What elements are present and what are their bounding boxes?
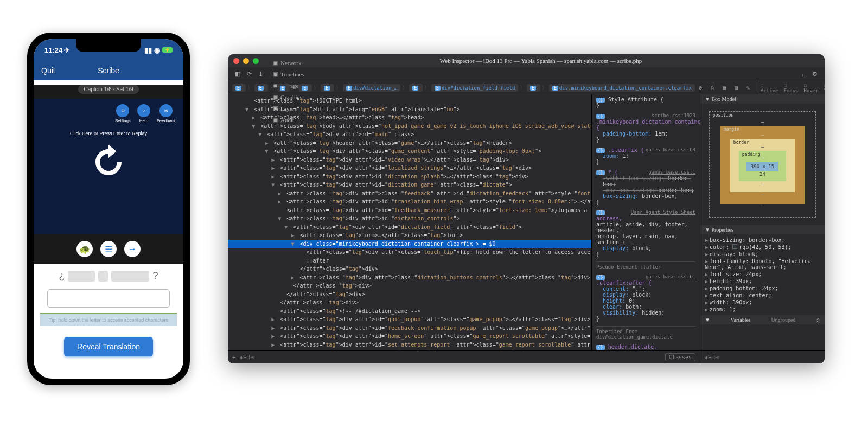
paint-icon[interactable]: ▨ (732, 83, 741, 92)
style-rule[interactable]: Pseudo-Element ::after (596, 261, 695, 270)
reveal-button[interactable]: Reveal Translation (64, 337, 153, 356)
dom-line[interactable]: ▶ <attr">class="tag">form>…</attr">class… (228, 231, 591, 240)
style-rule[interactable]: {} header.dictate,#dictation_game {text-… (596, 344, 695, 350)
dom-line[interactable]: </attr">class="tag">div> (228, 290, 591, 299)
property-row[interactable]: ▶padding-bottom: 24px; (705, 285, 820, 292)
slow-button[interactable]: 🐢 (76, 241, 93, 257)
style-rule[interactable]: {} Style Attribute {} (596, 97, 695, 108)
breadcrumb-item[interactable]: E (409, 84, 423, 92)
variables-header[interactable]: ▼ VariablesUngrouped ◇ (700, 315, 825, 324)
breadcrumb-item[interactable]: E (232, 84, 246, 92)
property-row[interactable]: ▶text-align: center; (705, 292, 820, 299)
dom-tree[interactable]: <attr">class="tag">!DOCTYPE html> ▼ <att… (228, 94, 591, 350)
dom-line[interactable]: ▶ <attr">class="tag">div attr">class="di… (228, 273, 591, 282)
styles-pane[interactable]: {} Style Attribute {}scribe.css:1923{} .… (591, 94, 700, 350)
help-button[interactable]: ?Help (137, 104, 150, 123)
quit-button[interactable]: Quit (41, 66, 55, 75)
print-icon[interactable]: ⎙ (708, 83, 717, 92)
next-button[interactable]: → (124, 241, 141, 257)
replay-icon[interactable] (87, 141, 130, 184)
property-row[interactable]: ▶font-family: Roboto, "Helvetica Neue", … (705, 258, 820, 271)
property-row[interactable]: ▶zoom: 1; (705, 306, 820, 313)
search-icon[interactable]: ⌕ (799, 69, 808, 79)
dom-line[interactable]: ▼ <attr">class="tag">body attr">class="n… (228, 122, 591, 131)
maximize-icon[interactable] (253, 58, 259, 64)
dom-line[interactable]: ▶ <attr">class="tag">div attr">id="feedb… (228, 324, 591, 333)
style-rule[interactable]: games_base.css:1{} * {-webkit-box-sizing… (596, 169, 695, 205)
property-row[interactable]: ▶height: 39px; (705, 278, 820, 285)
breadcrumb-item[interactable]: E (298, 84, 312, 92)
gear-icon[interactable]: ⚙ (809, 69, 820, 79)
breadcrumb-item[interactable]: E (527, 84, 540, 92)
property-row[interactable]: ▶color: rgb(42, 50, 53); (705, 244, 820, 251)
dom-line[interactable]: ::after (228, 257, 591, 265)
style-rule[interactable]: User Agent Style Sheet{} address,article… (596, 209, 695, 257)
property-row[interactable]: ▶box-sizing: border-box; (705, 237, 820, 244)
breadcrumb-item[interactable]: E (277, 84, 290, 92)
refresh-icon[interactable]: ⟳ (244, 69, 254, 79)
dom-line[interactable]: ▶ <attr">class="tag">div attr">id="set_a… (228, 341, 591, 349)
layout-icon[interactable]: ▦ (720, 83, 729, 92)
dom-line[interactable]: <attr">class="tag">div attr">id="feedbac… (228, 206, 591, 215)
pseudo-active[interactable]: ☐ Active (761, 82, 778, 93)
dom-line[interactable]: ▶ <attr">class="tag">div attr">id="local… (228, 164, 591, 173)
minimize-icon[interactable] (243, 58, 249, 64)
dom-line[interactable]: ▶ <attr">class="tag">div attr">id="trans… (228, 197, 591, 206)
filter-input-2[interactable] (708, 354, 820, 360)
box-model-header[interactable]: ▼ Box Model (700, 94, 825, 104)
dom-line[interactable]: </attr">class="tag">div> (228, 298, 591, 307)
dom-line[interactable]: </attr">class="tag">div> (228, 282, 591, 290)
tab-network[interactable]: ▣ Network (267, 57, 310, 68)
dom-line[interactable]: <attr">class="tag">!DOCTYPE html> (228, 97, 591, 105)
property-row[interactable]: ▶display: block; (705, 251, 820, 258)
dom-line[interactable]: ▼ <div class="minikeyboard_dictation_con… (228, 240, 591, 248)
style-rule[interactable]: scribe.css:1923{} .minikeyboard_dictatio… (596, 113, 695, 143)
dom-line[interactable]: <attr">class="tag">!-- /#dictation_game … (228, 307, 591, 316)
pseudo-focus[interactable]: ☐ Focus (784, 82, 799, 93)
sidebar-toggle-icon[interactable]: ◧ (232, 69, 243, 79)
dom-line[interactable]: ▼ <attr">class="tag">html attr">lang="en… (228, 105, 591, 114)
style-rule[interactable]: Inherited From div#dictation_game.dictat… (596, 326, 695, 340)
style-rule[interactable]: games_base.css:68{} .clearfix {zoom: 1;} (596, 147, 695, 165)
classes-button[interactable]: Classes (665, 353, 695, 361)
filter-input[interactable] (243, 354, 665, 360)
breadcrumb-item[interactable]: Ediv#dictation_field.field (431, 84, 518, 92)
properties-list[interactable]: ▶box-sizing: border-box;▶color: rgb(42, … (700, 234, 825, 315)
dom-line[interactable]: ▶ <attr">class="tag">div attr">id="dicta… (228, 173, 591, 181)
dom-line[interactable]: ▶ <attr">class="tag">div attr">id="quit_… (228, 315, 591, 324)
feedback-button[interactable]: ✉Feedback (157, 104, 176, 123)
video-area[interactable]: ⚙Settings ?Help ✉Feedback Click Here or … (34, 99, 183, 234)
dom-line[interactable]: ▶ <attr">class="tag">div attr">id="home_… (228, 332, 591, 341)
property-row[interactable]: ▶font-size: 24px; (705, 271, 820, 278)
dom-line[interactable]: <attr">class="tag">div attr">class="touc… (228, 248, 591, 257)
list-button[interactable]: ☰ (100, 241, 117, 257)
dom-line[interactable]: ▼ <attr">class="tag">div attr">id="dicta… (228, 214, 591, 223)
dom-line[interactable]: ▶ <attr">class="tag">head>…</attr">class… (228, 113, 591, 122)
tab-timelines[interactable]: ▣ Timelines (267, 68, 310, 80)
edit-icon[interactable]: ✎ (744, 83, 752, 92)
plus-button[interactable]: + (232, 354, 235, 360)
breadcrumb-item[interactable]: Ediv.minikeyboard_dictation_container.cl… (549, 84, 695, 92)
breadcrumb-item[interactable]: Ediv#dictation_… (343, 84, 400, 92)
dom-line[interactable]: ▼ <attr">class="tag">div attr">id="dicta… (228, 223, 591, 232)
pick-icon[interactable]: ⊕ (696, 83, 705, 92)
breadcrumb-item[interactable]: E (254, 84, 268, 92)
pseudo-visited[interactable]: ☐ Visited (824, 82, 825, 93)
dom-line[interactable]: ▼ <attr">class="tag">div attr">class="ga… (228, 147, 591, 156)
pseudo-hover[interactable]: ☐ Hover (804, 82, 819, 93)
properties-header[interactable]: ▼ Properties (700, 225, 825, 234)
property-row[interactable]: ▶width: 390px; (705, 299, 820, 306)
dom-line[interactable]: ▼ <attr">class="tag">div attr">id="main"… (228, 130, 591, 139)
dom-line[interactable]: </attr">class="tag">div> (228, 265, 591, 273)
dom-line[interactable]: ▶ <attr">class="tag">div attr">id="video… (228, 156, 591, 164)
style-rule[interactable]: games_base.css:61{} .clearfix:after {con… (596, 274, 695, 322)
dom-line[interactable]: ▼ <attr">class="tag">div attr">id="dicta… (228, 181, 591, 189)
answer-input[interactable] (47, 289, 170, 308)
dom-line[interactable]: ▶ <attr">class="tag">div attr">class="fe… (228, 189, 591, 198)
settings-button[interactable]: ⚙Settings (115, 104, 131, 123)
breadcrumb-item[interactable]: E (321, 84, 334, 92)
close-icon[interactable] (233, 58, 239, 64)
dom-line[interactable]: ▶ <attr">class="tag">header attr">class=… (228, 139, 591, 148)
download-icon[interactable]: ⤓ (256, 69, 266, 79)
phone-mockup: 11:24 ✈ ▮▮ ◉ ⚡ Quit Scribe Caption 1/6 ·… (27, 33, 190, 385)
